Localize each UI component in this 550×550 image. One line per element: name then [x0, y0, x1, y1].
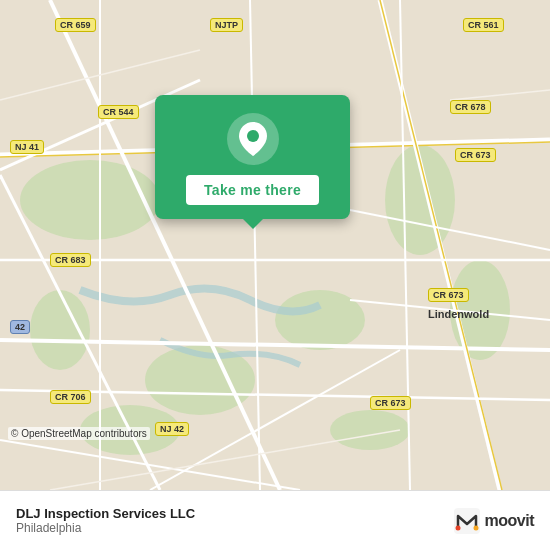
road-label-cr673a: CR 673 [455, 148, 496, 162]
moovit-text: moovit [485, 512, 534, 530]
business-subtitle: Philadelphia [16, 521, 195, 535]
map-container: CR 659 NJTP CR 561 CR 544 NJ 41 CR 678 C… [0, 0, 550, 490]
svg-point-31 [455, 525, 460, 530]
road-label-cr683: CR 683 [50, 253, 91, 267]
location-icon-circle [227, 113, 279, 165]
location-pin-icon [239, 122, 267, 156]
svg-point-3 [275, 290, 365, 350]
bottom-info: DLJ Inspection Services LLC Philadelphia [16, 506, 195, 535]
bottom-bar: DLJ Inspection Services LLC Philadelphia… [0, 490, 550, 550]
city-label-lindenwold: Lindenwold [428, 308, 489, 320]
road-label-cr544: CR 544 [98, 105, 139, 119]
road-label-cr659: CR 659 [55, 18, 96, 32]
svg-point-32 [473, 525, 478, 530]
road-label-nj42: NJ 42 [155, 422, 189, 436]
moovit-logo: moovit [454, 508, 534, 534]
road-label-cr673c: CR 673 [370, 396, 411, 410]
take-me-there-button[interactable]: Take me there [186, 175, 319, 205]
popup-card: Take me there [155, 95, 350, 219]
moovit-logo-icon [454, 508, 480, 534]
svg-point-1 [20, 160, 160, 240]
road-label-njtp: NJTP [210, 18, 243, 32]
business-title: DLJ Inspection Services LLC [16, 506, 195, 521]
osm-attribution: © OpenStreetMap contributors [8, 427, 150, 440]
road-label-cr706: CR 706 [50, 390, 91, 404]
road-label-nj41: NJ 41 [10, 140, 44, 154]
road-label-cr678: CR 678 [450, 100, 491, 114]
svg-point-29 [247, 130, 259, 142]
road-label-cr673b: CR 673 [428, 288, 469, 302]
road-label-cr561: CR 561 [463, 18, 504, 32]
road-label-rt42: 42 [10, 320, 30, 334]
svg-point-7 [30, 290, 90, 370]
